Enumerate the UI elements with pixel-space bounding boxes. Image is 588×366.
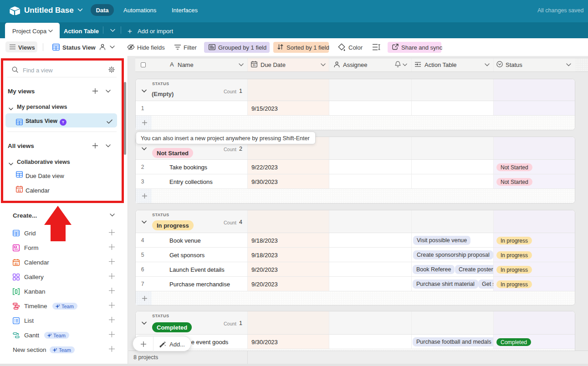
- svg-text:31: 31: [15, 262, 18, 265]
- svg-text:31: 31: [253, 64, 256, 66]
